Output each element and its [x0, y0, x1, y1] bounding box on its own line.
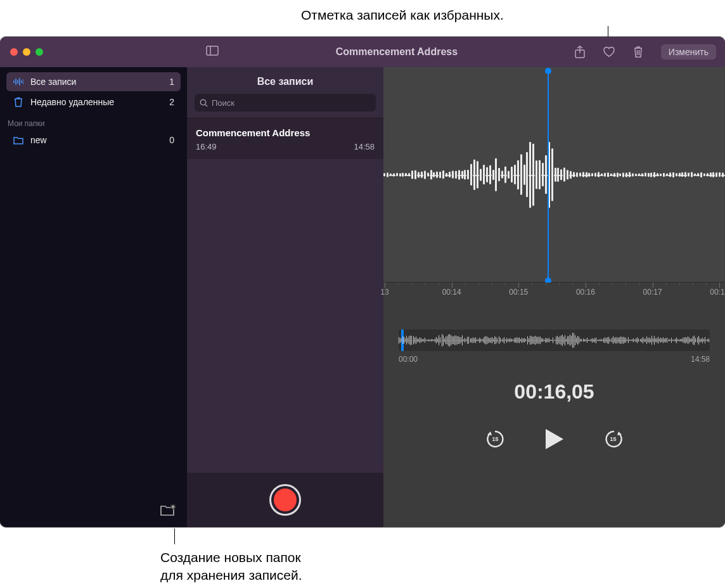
callout-new-folder: Создание новых папок для хранения записе… — [160, 549, 302, 584]
sidebar-folder-new[interactable]: new 0 — [6, 131, 181, 150]
waveform-timeline: 1300:1400:1500:1600:1700:18 — [383, 283, 725, 312]
timeline-tick: 00:14 — [442, 288, 461, 297]
timeline-tick: 00:15 — [509, 288, 528, 297]
window-title: Commencement Address — [219, 46, 575, 58]
overview-end: 14:58 — [691, 355, 710, 364]
svg-line-15 — [205, 105, 207, 106]
sidebar-folder-count: 0 — [169, 135, 174, 145]
recordings-header: Все записи — [187, 67, 383, 94]
recording-time: 16:49 — [196, 142, 217, 151]
sidebar-folder-label: new — [30, 135, 169, 145]
skip-forward-seconds: 15 — [610, 436, 616, 442]
close-button[interactable] — [10, 48, 18, 56]
playback-controls: 15 15 — [383, 428, 725, 451]
app-window: Commencement Address Изменить Все — [0, 37, 725, 527]
search-icon — [200, 99, 208, 107]
sidebar-item-count: 1 — [169, 77, 174, 87]
recording-meta: 16:49 14:58 — [196, 142, 375, 151]
callout-favorite-text: Отметка записей как избранных. — [301, 8, 504, 22]
skip-forward-button[interactable]: 15 — [603, 428, 624, 450]
recordings-column: Все записи Поиск Commencement Address 16… — [187, 67, 383, 527]
minimize-button[interactable] — [23, 48, 30, 56]
sidebar-item-label: Все записи — [30, 77, 169, 87]
trash-icon — [13, 97, 24, 107]
player-pane: 1300:1400:1500:1600:1700:18 00:00 14:58 … — [383, 67, 725, 527]
recordings-spacer — [187, 159, 383, 473]
search-input[interactable]: Поиск — [195, 94, 376, 112]
waveform-icon — [13, 77, 24, 86]
recording-item[interactable]: Commencement Address 16:49 14:58 — [187, 118, 383, 159]
svg-rect-0 — [207, 46, 218, 55]
titlebar: Commencement Address Изменить — [0, 37, 725, 67]
sidebar-item-all-recordings[interactable]: Все записи 1 — [6, 72, 181, 91]
favorite-icon[interactable] — [603, 46, 615, 58]
window-body: Все записи 1 Недавно удаленные 2 Мои пап… — [0, 67, 725, 527]
callout-leader-bottom — [174, 528, 175, 544]
timeline-tick: 00:16 — [576, 288, 595, 297]
record-area — [187, 473, 383, 527]
callout-new-folder-line1: Создание новых папок — [160, 549, 302, 566]
callout-new-folder-line2: для хранения записей. — [160, 566, 302, 584]
timeline-tick: 00:17 — [643, 288, 662, 297]
current-time: 00:16,05 — [383, 380, 725, 404]
share-icon[interactable] — [575, 46, 585, 58]
search-placeholder: Поиск — [212, 98, 234, 108]
sidebar-item-count: 2 — [169, 97, 174, 107]
sidebar-list: Все записи 1 Недавно удаленные 2 — [0, 67, 187, 113]
recording-title: Commencement Address — [196, 127, 375, 138]
timeline-tick: 13 — [380, 288, 388, 297]
traffic-lights — [0, 48, 187, 56]
delete-icon[interactable] — [633, 46, 643, 58]
zoom-button[interactable] — [35, 48, 43, 56]
playhead[interactable] — [548, 71, 549, 281]
overview-area: 00:00 14:58 — [399, 329, 710, 364]
edit-button[interactable]: Изменить — [661, 44, 716, 60]
skip-back-seconds: 15 — [492, 436, 498, 442]
overview-track[interactable] — [399, 329, 710, 351]
skip-back-button[interactable]: 15 — [485, 428, 506, 450]
callout-favorite: Отметка записей как избранных. — [301, 6, 504, 24]
new-folder-button[interactable] — [160, 504, 176, 520]
play-button[interactable] — [544, 428, 565, 451]
recording-duration: 14:58 — [354, 142, 375, 151]
overview-start: 00:00 — [399, 355, 418, 364]
toggle-sidebar-icon[interactable] — [206, 46, 219, 58]
sidebar-section-header: Мои папки — [0, 113, 187, 131]
waveform-area[interactable] — [383, 67, 725, 283]
record-button[interactable] — [269, 484, 301, 516]
timeline-tick: 00:18 — [710, 288, 725, 297]
sidebar-item-label: Недавно удаленные — [30, 97, 169, 107]
sidebar-item-recently-deleted[interactable]: Недавно удаленные 2 — [6, 93, 181, 112]
sidebar: Все записи 1 Недавно удаленные 2 Мои пап… — [0, 67, 187, 527]
svg-point-14 — [200, 99, 205, 105]
toolbar-right: Изменить — [575, 44, 725, 60]
edit-button-label: Изменить — [669, 47, 709, 57]
folder-icon — [13, 136, 24, 144]
